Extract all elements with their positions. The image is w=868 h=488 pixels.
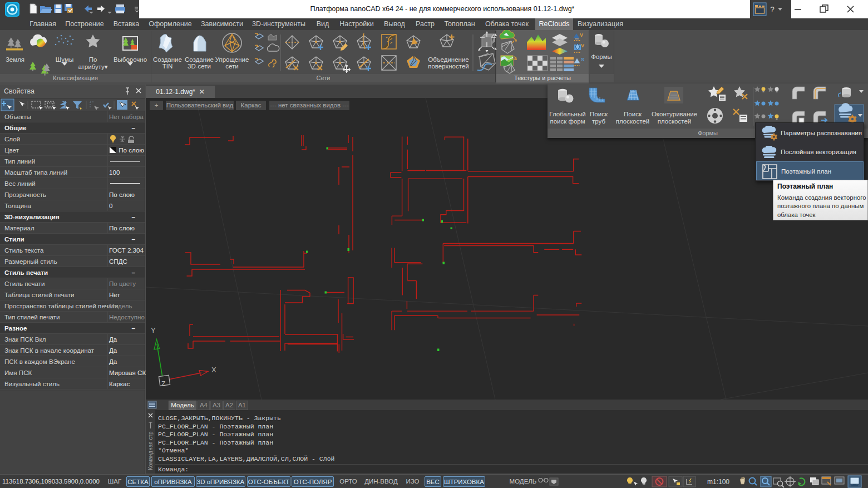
svg-text:Y: Y [151, 326, 156, 334]
svg-text:X: X [211, 366, 216, 374]
svg-text:m1:100: m1:100 [707, 478, 729, 486]
svg-text:?: ? [770, 5, 775, 14]
svg-text:Командная стр: Командная стр [147, 431, 154, 470]
svg-text:V: V [581, 43, 584, 48]
svg-text:V: V [580, 32, 583, 38]
svg-text:Z: Z [161, 380, 165, 388]
svg-text:S: S [581, 57, 584, 62]
